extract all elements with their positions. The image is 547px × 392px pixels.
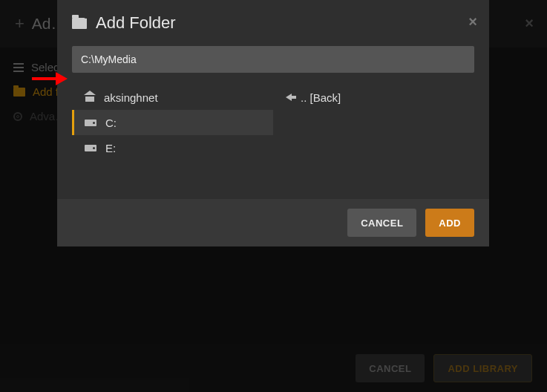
folder-item-c[interactable]: C: <box>72 110 273 135</box>
drive-icon <box>85 120 96 126</box>
folder-item-label: E: <box>105 142 116 154</box>
modal-header: Add Folder × <box>57 0 489 46</box>
modal-close-button[interactable]: × <box>468 13 477 30</box>
cancel-button[interactable]: CANCEL <box>347 209 416 237</box>
modal-title: Add Folder <box>96 13 176 33</box>
folder-path-input[interactable] <box>72 46 474 73</box>
back-icon <box>286 94 292 101</box>
folder-item-label: .. [Back] <box>301 91 341 104</box>
folder-item-label: C: <box>105 117 117 129</box>
folder-listing: aksinghnetC:E: .. [Back] <box>72 85 474 160</box>
add-folder-icon <box>72 18 87 29</box>
folder-item-back[interactable]: .. [Back] <box>273 85 474 110</box>
add-button[interactable]: ADD <box>425 209 474 237</box>
modal-footer: CANCEL ADD <box>57 199 489 246</box>
home-icon <box>85 93 95 102</box>
folder-item-aksinghnet[interactable]: aksinghnet <box>72 85 273 110</box>
folder-item-label: aksinghnet <box>104 91 158 104</box>
folder-item-e[interactable]: E: <box>72 135 273 160</box>
drive-icon <box>85 145 96 151</box>
add-folder-modal: Add Folder × aksinghnetC:E: .. [Back] CA… <box>57 0 489 246</box>
